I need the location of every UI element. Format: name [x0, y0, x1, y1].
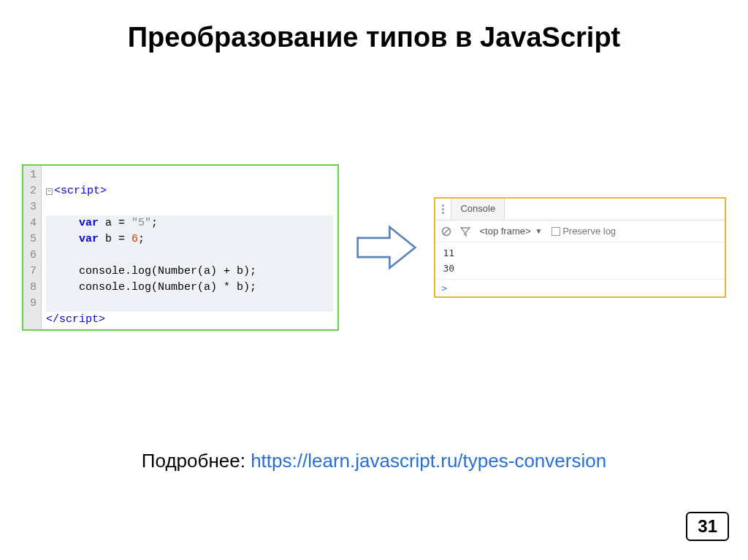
- page-number: 31: [686, 512, 729, 541]
- footer-reference: Подробнее: https://learn.javascript.ru/t…: [0, 450, 748, 472]
- line-gutter: 1 2 3 4 5 6 7 8 9: [23, 166, 42, 329]
- svg-line-1: [444, 229, 449, 234]
- code-text: ;: [151, 217, 158, 229]
- code-tag-close: </script>: [46, 313, 105, 326]
- code-number: 6: [131, 233, 138, 245]
- code-line: console.log(Number(a) * b);: [79, 281, 256, 294]
- line-num: 4: [26, 215, 37, 231]
- kw-var: var: [79, 217, 99, 229]
- filter-icon[interactable]: [460, 226, 470, 237]
- drag-handle-icon[interactable]: [435, 199, 451, 220]
- line-num: 8: [26, 280, 37, 296]
- line-num: 5: [26, 231, 37, 248]
- line-num: 3: [26, 199, 37, 215]
- tab-console[interactable]: Console: [451, 199, 505, 220]
- devtools-console: Console <top frame> ▼ Preserve log 11 30…: [434, 197, 726, 298]
- preserve-log-label: Preserve log: [562, 226, 616, 237]
- code-text: a =: [99, 217, 131, 229]
- chevron-down-icon: ▼: [535, 227, 543, 235]
- code-editor: 1 2 3 4 5 6 7 8 9 −<script> var a = "5";…: [22, 164, 339, 331]
- line-num: 2: [26, 183, 37, 199]
- line-num: 7: [26, 264, 37, 280]
- fold-icon: −: [46, 188, 53, 195]
- code-text: ;: [138, 233, 145, 245]
- content-row: 1 2 3 4 5 6 7 8 9 −<script> var a = "5";…: [22, 164, 726, 331]
- line-num: 1: [26, 167, 37, 183]
- clear-icon[interactable]: [441, 226, 451, 237]
- console-output: 11 30: [435, 242, 725, 279]
- code-string: "5": [131, 217, 151, 229]
- preserve-log-toggle[interactable]: Preserve log: [552, 226, 617, 237]
- frame-selector[interactable]: <top frame> ▼: [479, 226, 542, 237]
- console-toolbar: <top frame> ▼ Preserve log: [435, 220, 725, 242]
- console-prompt[interactable]: >: [435, 279, 725, 296]
- console-tabbar: Console: [435, 199, 725, 220]
- line-num: 9: [26, 296, 37, 312]
- code-text: b =: [99, 233, 131, 245]
- console-line: 11: [443, 245, 717, 261]
- kw-var: var: [79, 233, 99, 245]
- line-num: 6: [26, 248, 37, 264]
- checkbox-icon: [552, 227, 560, 236]
- console-line: 30: [443, 261, 717, 276]
- footer-url[interactable]: https://learn.javascript.ru/types-conver…: [251, 450, 606, 472]
- arrow-icon: [354, 222, 419, 273]
- code-tag-open: <script>: [54, 185, 107, 197]
- frame-label: <top frame>: [479, 226, 530, 237]
- code-body: −<script> var a = "5"; var b = 6; consol…: [42, 166, 337, 329]
- slide-title: Преобразование типов в JavaScript: [0, 0, 748, 53]
- code-line: console.log(Number(a) + b);: [79, 265, 256, 277]
- footer-label: Подробнее:: [142, 450, 251, 472]
